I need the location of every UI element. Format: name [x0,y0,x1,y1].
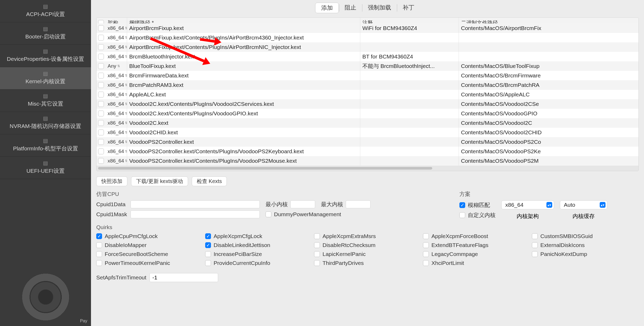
table-row[interactable]: x86_64⇅ VoodooI2CHID.kext Contents/MacOS… [97,128,638,137]
table-row[interactable]: x86_64⇅ BrcmFirmwareData.kext Contents/M… [97,71,638,80]
sidebar-item[interactable]: ▤ACPI-ACPI设置 [0,0,91,22]
exec-path-cell[interactable]: Contents/MacOS/VoodooI2C [459,118,638,128]
table-row[interactable]: x86_64⇅ AirportBrcmFixup.kext WiFi for B… [97,23,638,33]
tab[interactable]: 添加 [315,3,339,13]
tab[interactable]: 补丁 [397,3,420,13]
exec-path-cell[interactable]: Contents/MacOS/BrcmFirmware [459,71,638,80]
quirk-checkbox[interactable] [96,251,102,257]
sidebar-item[interactable]: ▤Misc-其它设置 [0,90,91,112]
check-kexts-button[interactable]: 检查 Kexts [192,176,227,186]
row-checkbox[interactable] [98,111,104,116]
sidebar-item[interactable]: ▤NVRAM-随机访问存储器设置 [0,112,91,134]
bundle-path-cell[interactable]: VoodooPS2Controller.kext/Contents/PlugIn… [127,147,360,156]
exec-path-cell[interactable] [459,33,638,42]
quirk-checkbox[interactable] [96,260,102,266]
tab[interactable]: 强制加载 [362,3,397,13]
table-row[interactable]: x86_64⇅ AppleALC.kext Contents/MacOS/App… [97,90,638,99]
exec-path-cell[interactable]: Contents/MacOS/BrcmPatchRA [459,80,638,90]
bundle-path-cell[interactable]: BrcmPatchRAM3.kext [127,80,360,90]
table-row[interactable]: x86_64⇅ VoodooI2C.kext/Contents/PlugIns/… [97,99,638,109]
exec-path-cell[interactable]: Contents/MacOS/VoodooPS2Co [459,137,638,147]
row-checkbox[interactable] [98,158,104,164]
row-checkbox[interactable] [98,120,104,126]
fuzzy-match-checkbox[interactable] [459,202,465,208]
quirk-checkbox[interactable] [532,233,538,239]
table-row[interactable]: Any⇅ BlueToolFixup.kext 不能与 BrcmBluetoot… [97,61,638,71]
arch-select[interactable]: x86_64⇅ [108,158,127,164]
arch-select[interactable]: x86_64⇅ [108,35,127,41]
minkernel-input[interactable] [290,200,315,208]
row-checkbox[interactable] [98,44,104,50]
horizontal-scrollbar[interactable] [97,166,638,171]
exec-path-cell[interactable] [459,52,638,61]
scrollbar-thumb[interactable] [98,167,432,170]
exec-path-cell[interactable] [459,42,638,52]
arch-select[interactable]: x86_64⇅ [108,54,127,60]
note-cell[interactable]: 不能与 BrcmBluetoothInject... [360,61,459,71]
note-cell[interactable] [360,109,459,118]
row-checkbox[interactable] [98,82,104,88]
table-row[interactable]: x86_64⇅ AirportBrcmFixup.kext/Contents/P… [97,42,638,52]
note-cell[interactable] [360,33,459,42]
row-checkbox[interactable] [98,101,104,107]
setapfs-input[interactable] [150,273,218,282]
quirk-checkbox[interactable] [205,260,211,266]
snapshot-add-button[interactable]: 快照添加 [96,176,127,186]
exec-path-cell[interactable]: Contents/MacOS/BlueToolFixup [459,61,638,71]
quirk-checkbox[interactable] [532,251,538,257]
quirk-checkbox[interactable] [314,242,320,248]
pay-label[interactable]: Pay [80,319,87,323]
table-row[interactable]: x86_64⇅ VoodooPS2Controller.kext/Content… [97,147,638,156]
exec-path-cell[interactable]: Contents/MacOS/AppleALC [459,90,638,99]
exec-path-cell[interactable]: Contents/MacOS/VoodooPS2M [459,156,638,166]
row-checkbox[interactable] [98,63,104,69]
kernel-cache-select[interactable]: Auto ▴▾ [560,200,607,209]
quirk-checkbox[interactable] [423,233,429,239]
download-kexts-button[interactable]: 下载/更新 kexts驱动 [131,176,188,186]
table-row[interactable]: x86_64⇅ VoodooI2C.kext/Contents/PlugIns/… [97,109,638,118]
arch-select[interactable]: Any⇅ [108,63,120,69]
row-checkbox[interactable] [98,73,104,78]
table-row[interactable]: x86_64⇅ BrcmBluetoothInjector.kext BT fo… [97,52,638,61]
bundle-path-cell[interactable]: VoodooI2C.kext/Contents/PlugIns/VoodooI2… [127,99,360,109]
bundle-path-cell[interactable]: BlueToolFixup.kext [127,61,360,71]
note-cell[interactable] [360,42,459,52]
arch-select[interactable]: x86_64⇅ [108,111,127,116]
table-row[interactable]: x86_64⇅ BrcmPatchRAM3.kext Contents/MacO… [97,80,638,90]
row-checkbox[interactable] [98,92,104,97]
note-cell[interactable] [360,147,459,156]
note-cell[interactable] [360,156,459,166]
sidebar-item[interactable]: ▤DeviceProperties-设备属性设置 [0,45,91,67]
sidebar-item[interactable]: ▤Booter-启动设置 [0,22,91,45]
table-row[interactable]: x86_64⇅ VoodooPS2Controller.kext Content… [97,137,638,147]
tab[interactable]: 阻止 [339,3,362,13]
note-cell[interactable] [360,80,459,90]
row-checkbox[interactable] [98,130,104,135]
note-cell[interactable]: BT for BCM94360Z4 [360,52,459,61]
arch-select[interactable]: x86_64⇅ [108,92,127,97]
table-row[interactable]: x86_64⇅ VoodooPS2Controller.kext/Content… [97,156,638,166]
note-cell[interactable]: WiFi for BCM94360Z4 [360,23,459,33]
quirk-checkbox[interactable] [96,233,102,239]
note-cell[interactable] [360,71,459,80]
exec-path-cell[interactable]: Contents/MacOS/VoodooGPIO [459,109,638,118]
bundle-path-cell[interactable]: VoodooI2C.kext/Contents/PlugIns/VoodooGP… [127,109,360,118]
note-cell[interactable] [360,90,459,99]
bundle-path-cell[interactable]: VoodooPS2Controller.kext [127,137,360,147]
bundle-path-cell[interactable]: BrcmFirmwareData.kext [127,71,360,80]
quirk-checkbox[interactable] [314,233,320,239]
cpuid1mask-input[interactable] [131,210,260,218]
bundle-path-cell[interactable]: BrcmBluetoothInjector.kext [127,52,360,61]
bundle-path-cell[interactable]: AirportBrcmFixup.kext/Contents/PlugIns/A… [127,42,360,52]
row-checkbox[interactable] [98,25,104,31]
cpuid1data-input[interactable] [131,200,260,208]
quirk-checkbox[interactable] [205,233,211,239]
quirk-checkbox[interactable] [96,242,102,248]
bundle-path-cell[interactable]: AppleALC.kext [127,90,360,99]
quirk-checkbox[interactable] [314,260,320,266]
arch-select[interactable]: x86_64⇅ [108,82,127,88]
arch-select[interactable]: x86_64⇅ [108,130,127,135]
maxkernel-input[interactable] [346,200,371,208]
arch-select[interactable]: x86_64⇅ [108,139,127,145]
arch-select[interactable]: x86_64⇅ [108,73,127,78]
